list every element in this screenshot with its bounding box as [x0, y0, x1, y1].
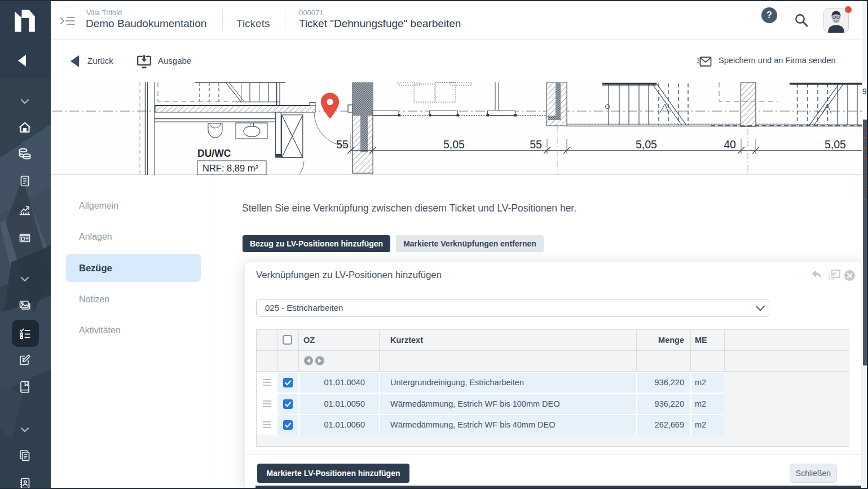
svg-text:5,05: 5,05 [636, 138, 657, 151]
svg-text:5,05: 5,05 [443, 138, 465, 151]
svg-text:NRF: 8,89 m²: NRF: 8,89 m² [202, 163, 259, 173]
svg-text:5,05: 5,05 [825, 138, 846, 151]
svg-text:55: 55 [530, 138, 542, 151]
svg-text:55: 55 [336, 138, 349, 151]
svg-text:DU/WC: DU/WC [197, 148, 231, 159]
svg-text:40: 40 [724, 138, 736, 151]
